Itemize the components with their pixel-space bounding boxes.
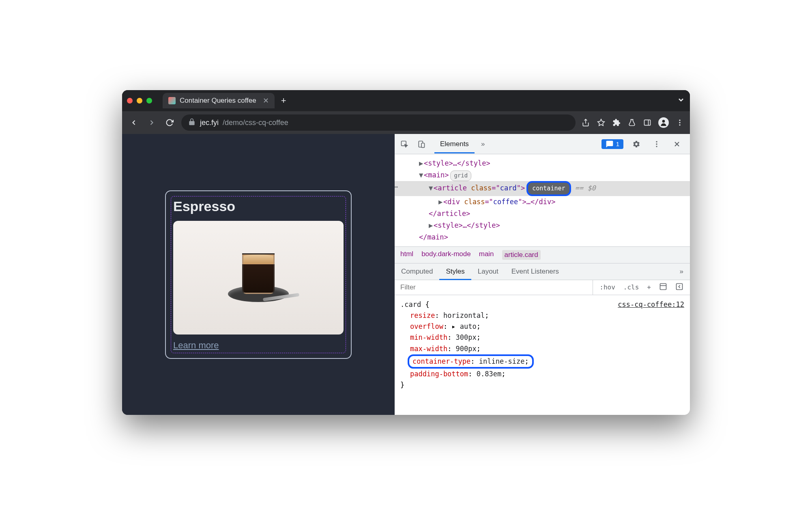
more-tabs-button[interactable]: »	[475, 135, 490, 153]
new-tab-button[interactable]: +	[281, 95, 286, 106]
minimize-window-button[interactable]	[137, 98, 142, 104]
labs-flask-icon[interactable]	[627, 118, 636, 127]
selected-node-marker: == $0	[575, 184, 596, 192]
svg-rect-11	[421, 143, 425, 147]
reload-button[interactable]	[163, 117, 176, 129]
dom-node-article-selected[interactable]: ▼<article class="card">container== $0	[395, 181, 690, 196]
styles-filter-input[interactable]	[395, 280, 593, 295]
dom-node-style[interactable]: ▶<style>…</style>	[395, 158, 690, 169]
elements-tab[interactable]: Elements	[434, 135, 475, 153]
hov-button[interactable]: :hov	[597, 282, 618, 293]
dom-node-div-coffee[interactable]: ▶<div class="coffee">…</div>	[395, 196, 690, 208]
browser-window: Container Queries coffee ✕ + jec.fyi/dem…	[122, 90, 690, 415]
device-toolbar-button[interactable]	[414, 138, 429, 151]
css-prop-padding-bottom[interactable]: padding-bottom: 0.83em;	[400, 369, 684, 380]
breadcrumb-article[interactable]: article.card	[502, 250, 541, 260]
devtools-header: Elements » 1	[395, 134, 690, 154]
grid-badge[interactable]: grid	[450, 170, 471, 181]
more-styles-tabs[interactable]: »	[673, 263, 690, 280]
lock-icon	[188, 118, 196, 128]
learn-more-link[interactable]: Learn more	[173, 340, 219, 350]
dom-breadcrumb: html body.dark-mode main article.card	[395, 246, 690, 263]
breadcrumb-html[interactable]: html	[400, 250, 413, 260]
layout-tab[interactable]: Layout	[471, 263, 505, 280]
devtools-close-button[interactable]	[670, 138, 684, 151]
svg-point-7	[679, 122, 680, 123]
card-title: Espresso	[173, 199, 344, 214]
inspect-element-button[interactable]	[397, 138, 412, 151]
profile-avatar[interactable]	[658, 117, 669, 128]
svg-point-6	[679, 120, 680, 121]
window-controls	[127, 98, 152, 104]
forward-button[interactable]	[146, 117, 158, 129]
svg-rect-3	[644, 120, 651, 125]
issues-badge[interactable]: 1	[601, 139, 623, 149]
css-prop-container-type-highlighted[interactable]: container-type: inline-size;	[408, 354, 534, 369]
styles-subtabs: Computed Styles Layout Event Listeners »	[395, 263, 690, 280]
svg-rect-18	[677, 283, 683, 289]
css-source-link[interactable]: css-cq-coffee:12	[618, 299, 684, 310]
breadcrumb-body[interactable]: body.dark-mode	[421, 250, 471, 260]
rendering-panel-icon[interactable]	[673, 281, 686, 294]
css-prop-max-width[interactable]: max-width: 900px;	[400, 343, 684, 354]
dom-node-article-close[interactable]: </article>	[395, 208, 690, 220]
css-rule-card[interactable]: .card { css-cq-coffee:12 resize: horizon…	[395, 295, 690, 415]
css-prop-overflow[interactable]: overflow: ▸ auto;	[400, 321, 684, 332]
card-article: Espresso Learn more	[165, 190, 352, 359]
close-window-button[interactable]	[127, 98, 133, 104]
viewport-split: Espresso Learn more Elements »	[122, 134, 690, 415]
tab-bar: Container Queries coffee ✕ +	[122, 90, 690, 111]
toolbar: jec.fyi/demo/css-cq-coffee	[122, 111, 690, 134]
address-bar[interactable]: jec.fyi/demo/css-cq-coffee	[181, 114, 576, 131]
maximize-window-button[interactable]	[146, 98, 152, 104]
tab-title: Container Queries coffee	[180, 97, 256, 105]
side-panel-icon[interactable]	[643, 118, 652, 127]
styles-filter-row: :hov .cls +	[395, 280, 690, 295]
svg-point-13	[656, 143, 657, 145]
settings-gear-icon[interactable]	[629, 138, 644, 151]
event-listeners-tab[interactable]: Event Listeners	[505, 263, 565, 280]
browser-menu-button[interactable]	[675, 118, 684, 127]
url-domain: jec.fyi	[200, 119, 219, 127]
dom-node-main[interactable]: ▼<main>grid	[395, 169, 690, 181]
breadcrumb-main[interactable]: main	[479, 250, 494, 260]
svg-rect-17	[660, 283, 666, 289]
styles-tab[interactable]: Styles	[439, 263, 471, 280]
svg-point-14	[656, 146, 657, 147]
devtools-menu-button[interactable]	[649, 138, 664, 151]
browser-tab[interactable]: Container Queries coffee ✕	[163, 93, 275, 108]
css-prop-min-width[interactable]: min-width: 300px;	[400, 332, 684, 343]
favicon-icon	[168, 97, 176, 104]
new-rule-button[interactable]: +	[644, 282, 653, 293]
rendered-page: Espresso Learn more	[122, 134, 395, 415]
coffee-image	[173, 221, 344, 335]
close-tab-button[interactable]: ✕	[263, 96, 269, 105]
css-prop-resize[interactable]: resize: horizontal;	[400, 310, 684, 321]
bookmark-star-icon[interactable]	[597, 118, 606, 127]
toolbar-actions	[581, 117, 684, 128]
svg-marker-1	[598, 119, 605, 126]
svg-point-5	[662, 120, 665, 123]
url-path: /demo/css-cq-coffee	[223, 119, 288, 127]
svg-point-8	[679, 124, 680, 125]
css-selector[interactable]: .card	[400, 300, 421, 309]
devtools-panel: Elements » 1 ▶<style>…</style> ▼<main>gr…	[395, 134, 690, 415]
computed-tab[interactable]: Computed	[395, 263, 439, 280]
svg-point-12	[656, 141, 657, 142]
issues-count: 1	[616, 140, 619, 147]
computed-sidebar-icon[interactable]	[657, 281, 670, 294]
back-button[interactable]	[128, 117, 140, 129]
tab-list-expand-button[interactable]	[677, 96, 685, 106]
dom-node-style2[interactable]: ▶<style>…</style>	[395, 220, 690, 231]
dom-node-main-close[interactable]: </main>	[395, 231, 690, 243]
container-badge[interactable]: container	[526, 181, 571, 196]
share-icon[interactable]	[581, 118, 590, 127]
dom-tree[interactable]: ▶<style>…</style> ▼<main>grid ▼<article …	[395, 154, 690, 246]
extensions-icon[interactable]	[612, 118, 621, 127]
cls-button[interactable]: .cls	[621, 282, 642, 293]
